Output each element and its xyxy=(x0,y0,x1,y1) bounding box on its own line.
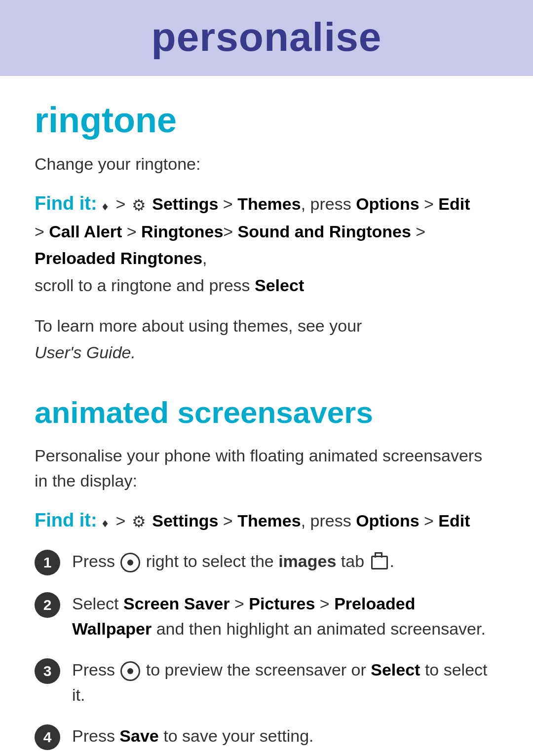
step-2-content: Select Screen Saver > Pictures > Preload… xyxy=(72,591,498,642)
settings-icon-1: ⚙ xyxy=(132,193,146,218)
step-3-content: Press to preview the screensaver or Sele… xyxy=(72,657,498,708)
screensavers-section: animated screensavers Personalise your p… xyxy=(35,396,498,750)
header-banner: personalise xyxy=(0,0,533,76)
ringtone-description: Change your ringtone: xyxy=(35,151,498,177)
page-title: personalise xyxy=(152,14,382,59)
content-area: ringtone Change your ringtone: Find it: … xyxy=(0,76,533,756)
nav-center-icon-1: ⬧ xyxy=(101,193,110,217)
step-number-3: 3 xyxy=(35,658,60,684)
ringtone-section: ringtone Change your ringtone: Find it: … xyxy=(35,101,498,366)
settings-icon-2: ⚙ xyxy=(132,509,146,534)
screensavers-find-it-text: ⬧ > ⚙ Settings > Themes, press Options >… xyxy=(99,511,470,530)
step-number-4: 4 xyxy=(35,724,60,750)
step-1-content: Press right to select the images tab . xyxy=(72,549,498,574)
ringtone-find-it-label: Find it: xyxy=(35,193,97,214)
ringtone-find-it-block: Find it: ⬧ > ⚙ Settings > Themes, press … xyxy=(35,190,498,299)
tab-icon-1 xyxy=(371,556,388,569)
screensavers-find-it-block: Find it: ⬧ > ⚙ Settings > Themes, press … xyxy=(35,507,498,535)
step-4-content: Press Save to save your setting. xyxy=(72,723,498,749)
screensavers-description: Personalise your phone with floating ani… xyxy=(35,443,498,493)
step-number-2: 2 xyxy=(35,592,60,618)
step-4: 4 Press Save to save your setting. xyxy=(35,723,498,750)
step-number-1: 1 xyxy=(35,550,60,575)
ringtone-find-it-text: ⬧ > ⚙ Settings > Themes, press Options >… xyxy=(35,194,470,294)
nav-center-icon-2: ⬧ xyxy=(101,510,110,534)
ringtone-title: ringtone xyxy=(35,101,498,140)
step-3: 3 Press to preview the screensaver or Se… xyxy=(35,657,498,708)
screensavers-find-it-label: Find it: xyxy=(35,510,97,530)
guide-ref: User's Guide. xyxy=(35,343,136,362)
joystick-icon-1 xyxy=(120,553,140,572)
screensavers-title: animated screensavers xyxy=(35,396,498,429)
steps-list: 1 Press right to select the images tab .… xyxy=(35,549,498,750)
joystick-icon-2 xyxy=(120,661,140,681)
step-1: 1 Press right to select the images tab . xyxy=(35,549,498,575)
step-2: 2 Select Screen Saver > Pictures > Prelo… xyxy=(35,591,498,642)
learn-more-text: To learn more about using themes, see yo… xyxy=(35,312,498,366)
